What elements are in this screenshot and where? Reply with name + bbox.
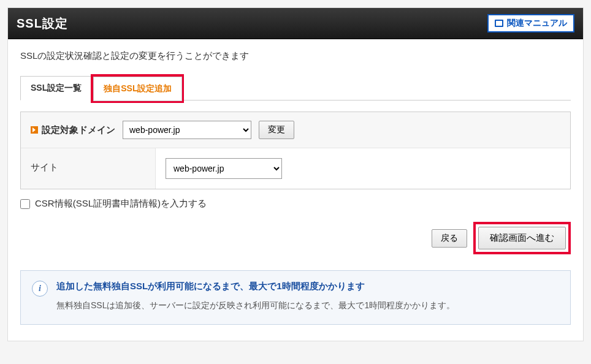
action-button-row: 戻る 確認画面へ進む bbox=[20, 222, 571, 254]
info-body: 無料独自SSLは追加後、サーバーに設定が反映され利用可能になるまで、最大で1時間… bbox=[56, 298, 455, 313]
page-title: SSL設定 bbox=[17, 15, 68, 32]
tab-ssl-add[interactable]: 独自SSL設定追加 bbox=[93, 77, 182, 101]
info-notice: i 追加した無料独自SSLが利用可能になるまで、最大で1時間程度かかります 無料… bbox=[20, 270, 571, 325]
book-icon bbox=[495, 20, 503, 27]
csr-checkbox[interactable] bbox=[20, 199, 30, 209]
info-icon: i bbox=[32, 281, 48, 297]
panel-body: SSLの設定状況確認と設定の変更を行うことができます SSL設定一覧 独自SSL… bbox=[8, 39, 583, 341]
info-text-block: 追加した無料独自SSLが利用可能になるまで、最大で1時間程度かかります 無料独自… bbox=[56, 281, 455, 313]
manual-link-label: 関連マニュアル bbox=[507, 18, 567, 29]
target-domain-select[interactable]: web-power.jp bbox=[123, 121, 251, 139]
site-control-cell: web-power.jp bbox=[156, 148, 292, 189]
target-domain-label: 設定対象ドメイン bbox=[31, 124, 115, 136]
target-domain-row: 設定対象ドメイン web-power.jp 変更 bbox=[21, 112, 570, 148]
target-domain-label-text: 設定対象ドメイン bbox=[42, 124, 115, 136]
site-label: サイト bbox=[21, 148, 156, 189]
csr-checkbox-label: CSR情報(SSL証明書申請情報)を入力する bbox=[35, 198, 207, 210]
description-text: SSLの設定状況確認と設定の変更を行うことができます bbox=[20, 50, 571, 62]
highlight-frame-confirm: 確認画面へ進む bbox=[473, 222, 571, 254]
info-title: 追加した無料独自SSLが利用可能になるまで、最大で1時間程度かかります bbox=[56, 281, 455, 292]
tab-ssl-list[interactable]: SSL設定一覧 bbox=[20, 76, 92, 100]
panel-header: SSL設定 関連マニュアル bbox=[8, 8, 583, 39]
tab-bar: SSL設定一覧 独自SSL設定追加 bbox=[20, 74, 571, 100]
site-select[interactable]: web-power.jp bbox=[166, 158, 282, 179]
change-button[interactable]: 変更 bbox=[259, 121, 294, 139]
confirm-button[interactable]: 確認画面へ進む bbox=[478, 227, 566, 249]
back-button[interactable]: 戻る bbox=[432, 229, 467, 248]
csr-checkbox-row[interactable]: CSR情報(SSL証明書申請情報)を入力する bbox=[20, 198, 571, 210]
ssl-settings-panel: SSL設定 関連マニュアル SSLの設定状況確認と設定の変更を行うことができます… bbox=[7, 7, 584, 341]
site-row: サイト web-power.jp bbox=[21, 148, 570, 189]
highlight-frame-tab: 独自SSL設定追加 bbox=[91, 74, 184, 103]
related-manual-link[interactable]: 関連マニュアル bbox=[487, 14, 574, 32]
domain-form-block: 設定対象ドメイン web-power.jp 変更 サイト web-power.j… bbox=[20, 112, 571, 189]
arrow-bullet-icon bbox=[31, 126, 38, 134]
